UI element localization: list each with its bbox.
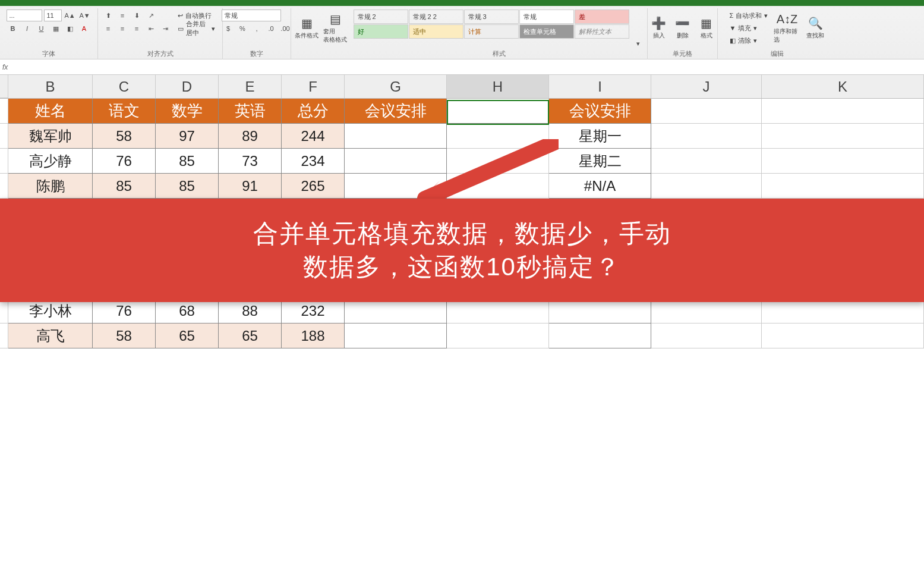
empty-cell[interactable] [651, 124, 762, 149]
align-top-icon[interactable]: ⬆ [102, 10, 115, 21]
cell-meeting-i[interactable] [549, 323, 651, 348]
conditional-format-button[interactable]: ▦条件格式 [294, 10, 320, 46]
cell-total[interactable]: 232 [282, 299, 345, 323]
formula-bar[interactable]: fx [0, 59, 924, 75]
cell-meeting-g[interactable] [345, 299, 447, 323]
align-middle-icon[interactable]: ≡ [116, 10, 129, 21]
cell-name[interactable]: 陈鹏 [8, 174, 93, 199]
col-header[interactable]: F [282, 75, 345, 98]
fx-icon[interactable]: fx [2, 63, 8, 71]
insert-cells-button[interactable]: ➕插入 [648, 10, 670, 46]
empty-cell[interactable] [651, 299, 762, 323]
ribbon-tabs[interactable] [0, 0, 924, 6]
cell-total[interactable]: 188 [282, 323, 345, 348]
col-header[interactable]: I [549, 75, 651, 98]
style-item[interactable]: 常规 2 2 [409, 10, 463, 24]
empty-cell[interactable] [651, 149, 762, 174]
currency-icon[interactable]: $ [222, 23, 235, 34]
cell-meeting-i[interactable]: 星期二 [549, 149, 651, 174]
cell-name[interactable]: 高少静 [8, 149, 93, 174]
cell-total[interactable]: 265 [282, 174, 345, 199]
formula-input[interactable] [12, 63, 924, 71]
empty-cell[interactable] [651, 174, 762, 199]
column-headers[interactable]: B C D E F G H I J K [0, 75, 924, 99]
cell-chinese[interactable]: 85 [93, 174, 156, 199]
cell-math[interactable]: 68 [156, 299, 219, 323]
cell-chinese[interactable]: 76 [93, 299, 156, 323]
cell-math[interactable]: 85 [156, 149, 219, 174]
bold-icon[interactable]: B [7, 23, 20, 34]
clear-button[interactable]: ◧清除▾ [726, 34, 772, 46]
cell-meeting-i[interactable]: #N/A [549, 174, 651, 199]
col-header[interactable]: E [219, 75, 282, 98]
empty-cell[interactable] [762, 149, 924, 174]
empty-cell[interactable] [762, 323, 924, 348]
empty-cell[interactable] [762, 124, 924, 149]
table-format-button[interactable]: ▤套用 表格格式 [322, 10, 348, 46]
cell-english[interactable]: 89 [219, 124, 282, 149]
font-family-select[interactable]: ... [7, 10, 42, 21]
italic-icon[interactable]: I [21, 23, 34, 34]
border-icon[interactable]: ▦ [49, 23, 62, 34]
style-item[interactable]: 常规 2 [354, 10, 408, 24]
cell-chinese[interactable]: 58 [93, 323, 156, 348]
cell-math[interactable]: 97 [156, 124, 219, 149]
empty-cell[interactable] [447, 299, 549, 323]
empty-cell[interactable] [762, 299, 924, 323]
cell-chinese[interactable]: 76 [93, 149, 156, 174]
col-header-selected[interactable]: H [447, 75, 549, 98]
style-item[interactable]: 计算 [464, 24, 519, 39]
inc-decimal-icon[interactable]: .0 [264, 23, 277, 34]
style-item[interactable]: 检查单元格 [519, 24, 574, 39]
fill-button[interactable]: ▼填充▾ [726, 22, 772, 34]
cell-math[interactable]: 85 [156, 174, 219, 199]
cell-total[interactable]: 234 [282, 149, 345, 174]
cell-total[interactable]: 244 [282, 124, 345, 149]
cell-name[interactable]: 李小林 [8, 299, 93, 323]
align-left-icon[interactable]: ≡ [102, 23, 115, 34]
cell-name[interactable]: 魏军帅 [8, 124, 93, 149]
align-bottom-icon[interactable]: ⬇ [130, 10, 143, 21]
style-item[interactable]: 差 [575, 10, 629, 24]
col-header[interactable]: J [651, 75, 762, 98]
comma-icon[interactable]: , [250, 23, 263, 34]
indent-inc-icon[interactable]: ⇥ [159, 23, 172, 34]
cell-math[interactable]: 65 [156, 323, 219, 348]
format-cells-button[interactable]: ▦格式 [696, 10, 717, 46]
number-format-select[interactable]: 常规 [222, 10, 281, 21]
cell-chinese[interactable]: 58 [93, 124, 156, 149]
empty-cell[interactable] [651, 323, 762, 348]
indent-dec-icon[interactable]: ⇤ [144, 23, 157, 34]
col-header[interactable]: G [345, 75, 447, 98]
empty-cell[interactable] [762, 174, 924, 199]
font-size-select[interactable]: 11 [44, 10, 62, 21]
col-header[interactable]: D [156, 75, 219, 98]
styles-more-icon[interactable]: ▾ [632, 37, 645, 49]
style-item[interactable]: 常规 3 [464, 10, 519, 24]
cell-meeting-g[interactable] [345, 323, 447, 348]
col-header[interactable]: C [93, 75, 156, 98]
align-center-icon[interactable]: ≡ [116, 23, 129, 34]
delete-cells-button[interactable]: ➖删除 [672, 10, 693, 46]
cell-english[interactable]: 91 [219, 174, 282, 199]
fill-color-icon[interactable]: ◧ [64, 23, 77, 34]
dec-decimal-icon[interactable]: .00 [279, 23, 292, 34]
cell-meeting-i[interactable] [549, 299, 651, 323]
style-item[interactable]: 好 [354, 24, 408, 39]
cell-english[interactable]: 73 [219, 149, 282, 174]
empty-cell[interactable] [447, 323, 549, 348]
style-item[interactable]: 解释性文本 [575, 24, 629, 39]
cell-meeting-i[interactable]: 星期一 [549, 124, 651, 149]
merge-center-button[interactable]: ▭合并后居中▾ [174, 23, 219, 34]
increase-font-icon[interactable]: A▲ [64, 10, 77, 21]
style-item[interactable]: 适中 [409, 24, 463, 39]
cell-english[interactable]: 65 [219, 323, 282, 348]
underline-icon[interactable]: U [35, 23, 48, 34]
autosum-button[interactable]: Σ自动求和▾ [726, 10, 772, 21]
col-header[interactable]: B [8, 75, 93, 98]
cell-english[interactable]: 88 [219, 299, 282, 323]
decrease-font-icon[interactable]: A▼ [78, 10, 92, 21]
empty-cell[interactable] [762, 99, 924, 124]
empty-cell[interactable] [651, 99, 762, 124]
sort-filter-button[interactable]: A↕Z排序和筛选 [774, 10, 800, 46]
